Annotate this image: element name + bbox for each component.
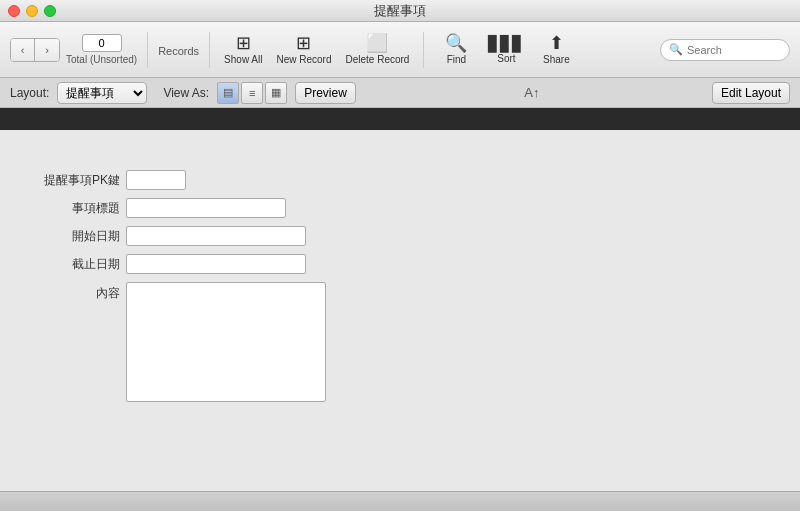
- delete-record-label: Delete Record: [346, 54, 410, 65]
- view-table-button[interactable]: ▦: [265, 82, 287, 104]
- label-content: 內容: [40, 285, 120, 302]
- divider-2: [209, 32, 210, 68]
- divider-3: [423, 32, 424, 68]
- toolbar: ‹ › Total (Unsorted) Records ⊞ Show All …: [0, 22, 800, 78]
- minimize-button[interactable]: [26, 5, 38, 17]
- count-label: Total (Unsorted): [66, 54, 137, 65]
- new-record-icon: ⊞: [296, 34, 311, 52]
- search-box: 🔍: [660, 39, 790, 61]
- input-end-date[interactable]: [126, 254, 306, 274]
- close-button[interactable]: [8, 5, 20, 17]
- form-row-end-date: 截止日期: [40, 254, 760, 274]
- view-as-label: View As:: [163, 86, 209, 100]
- layout-select[interactable]: 提醒事項: [57, 82, 147, 104]
- header-strip: [0, 108, 800, 130]
- traffic-lights: [8, 5, 56, 17]
- layout-label: Layout:: [10, 86, 49, 100]
- form-row-content: 內容: [40, 282, 760, 402]
- new-record-label: New Record: [276, 54, 331, 65]
- sort-label: Sort: [497, 53, 515, 64]
- title-bar: 提醒事項: [0, 0, 800, 22]
- record-count-input[interactable]: [82, 34, 122, 52]
- form-container: 提醒事項PK鍵 事項標題 開始日期 截止日期 內容: [0, 150, 800, 430]
- find-button[interactable]: 🔍 Find: [434, 28, 478, 72]
- new-record-button[interactable]: ⊞ New Record: [272, 28, 335, 72]
- font-icon: A↑: [524, 85, 539, 100]
- nav-next-button[interactable]: ›: [35, 39, 59, 61]
- sort-button[interactable]: ▊▊▊ Sort: [484, 28, 528, 72]
- find-icon: 🔍: [445, 34, 467, 52]
- maximize-button[interactable]: [44, 5, 56, 17]
- label-end-date: 截止日期: [40, 256, 120, 273]
- sort-icon: ▊▊▊: [488, 36, 524, 51]
- search-icon: 🔍: [669, 43, 683, 56]
- view-form-button[interactable]: ▤: [217, 82, 239, 104]
- view-icons: ▤ ≡ ▦: [217, 82, 287, 104]
- records-label: Records: [158, 45, 199, 57]
- delete-record-button[interactable]: ⬜ Delete Record: [342, 28, 414, 72]
- layout-bar: Layout: 提醒事項 View As: ▤ ≡ ▦ Preview A↑ E…: [0, 78, 800, 108]
- share-label: Share: [543, 54, 570, 65]
- status-bar: [0, 491, 800, 511]
- nav-prev-button[interactable]: ‹: [11, 39, 35, 61]
- share-button[interactable]: ⬆ Share: [534, 28, 578, 72]
- show-all-label: Show All: [224, 54, 262, 65]
- delete-record-icon: ⬜: [366, 34, 388, 52]
- content-area: 提醒事項PK鍵 事項標題 開始日期 截止日期 內容: [0, 130, 800, 491]
- show-all-icon: ⊞: [236, 34, 251, 52]
- edit-layout-button[interactable]: Edit Layout: [712, 82, 790, 104]
- search-input[interactable]: [687, 44, 781, 56]
- input-content[interactable]: [126, 282, 326, 402]
- preview-button[interactable]: Preview: [295, 82, 356, 104]
- input-start-date[interactable]: [126, 226, 306, 246]
- window-title: 提醒事項: [374, 2, 426, 20]
- share-icon: ⬆: [549, 34, 564, 52]
- form-row-pk: 提醒事項PK鍵: [40, 170, 760, 190]
- record-count-box: Total (Unsorted): [66, 34, 137, 65]
- divider-1: [147, 32, 148, 68]
- input-pk[interactable]: [126, 170, 186, 190]
- form-row-title: 事項標題: [40, 198, 760, 218]
- label-pk: 提醒事項PK鍵: [40, 172, 120, 189]
- view-list-button[interactable]: ≡: [241, 82, 263, 104]
- show-all-button[interactable]: ⊞ Show All: [220, 28, 266, 72]
- find-label: Find: [447, 54, 466, 65]
- nav-buttons: ‹ ›: [10, 38, 60, 62]
- input-title[interactable]: [126, 198, 286, 218]
- label-title: 事項標題: [40, 200, 120, 217]
- label-start-date: 開始日期: [40, 228, 120, 245]
- form-row-start-date: 開始日期: [40, 226, 760, 246]
